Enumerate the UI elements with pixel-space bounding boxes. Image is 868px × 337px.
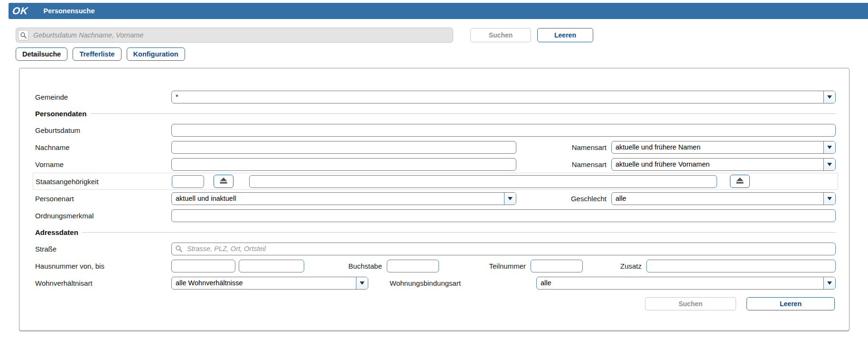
gemeinde-row: Gemeinde * (35, 88, 836, 105)
strasse-label: Straße (35, 245, 171, 253)
wohnungsbindungsart-label: Wohnungsbindungsart (390, 279, 536, 287)
chevron-down-icon[interactable] (823, 159, 835, 170)
adressdaten-section-title: Adressdaten (35, 228, 78, 236)
ordnungsmerkmal-row: Ordnungsmerkmal (35, 207, 836, 224)
clear-button-form[interactable]: Leeren (747, 297, 835, 310)
gemeinde-label: Gemeinde (35, 93, 171, 101)
quick-search-input[interactable] (16, 28, 453, 43)
chevron-down-icon[interactable] (504, 193, 516, 205)
namensart-nachname-value: aktuelle und frühere Namen (612, 141, 823, 153)
nachname-label: Nachname (35, 143, 171, 151)
search-button-top[interactable]: Suchen (470, 28, 531, 42)
namensart-nachname-label: Namensart (516, 143, 611, 151)
header-bar: OK Personensuche (9, 3, 868, 19)
geschlecht-label: Geschlecht (516, 195, 611, 203)
section-divider (90, 113, 836, 114)
personendaten-section-title: Personendaten (35, 110, 86, 118)
namensart-vorname-value: aktuelle und frühere Vornamen (612, 159, 823, 170)
clear-button-top[interactable]: Leeren (537, 28, 593, 42)
search-button-form[interactable]: Suchen (645, 297, 736, 310)
adressdaten-section-header: Adressdaten (35, 224, 836, 240)
form-action-row: Suchen Leeren (35, 297, 836, 310)
teilnummer-label: Teilnummer (439, 262, 531, 270)
zusatz-label: Zusatz (583, 262, 646, 270)
personendaten-section-header: Personendaten (35, 105, 836, 122)
personenart-label: Personenart (35, 195, 171, 203)
eject-icon (736, 178, 744, 185)
namensart-nachname-select[interactable]: aktuelle und frühere Namen (611, 141, 836, 154)
quick-search-field (16, 28, 453, 43)
geschlecht-value: alle (612, 193, 823, 205)
geburtsdatum-input[interactable] (171, 124, 836, 137)
tab-detailsuche[interactable]: Detailsuche (16, 47, 67, 61)
hausnummer-row: Hausnummer von, bis Buchstabe Teilnummer… (35, 257, 836, 274)
chevron-down-icon[interactable] (823, 141, 835, 153)
detail-search-panel: Gemeinde * Personendaten Geburtsdatum Na… (19, 68, 849, 331)
eject-icon (219, 178, 228, 185)
staatsangehoerigkeit-name-lookup-button[interactable] (730, 175, 750, 188)
tab-konfiguration[interactable]: Konfiguration (127, 47, 185, 61)
nachname-input[interactable] (171, 141, 516, 154)
geburtsdatum-label: Geburtsdatum (35, 126, 171, 134)
strasse-input[interactable] (171, 243, 836, 255)
staatsangehoerigkeit-code-lookup-button[interactable] (214, 175, 233, 188)
staatsangehoerigkeit-code-input[interactable] (172, 175, 204, 188)
ok-logo: OK (12, 5, 29, 17)
buchstabe-label: Buchstabe (304, 262, 387, 270)
wohnverhaeltnisart-label: Wohnverhältnisart (35, 279, 171, 287)
gemeinde-select[interactable]: * (171, 91, 836, 103)
geburtsdatum-row: Geburtsdatum (35, 122, 836, 139)
staatsangehoerigkeit-row: Staatsangehörigkeit (33, 173, 838, 190)
wohnverhaeltnisart-value: alle Wohnverhältnisse (172, 277, 356, 289)
search-icon (175, 245, 183, 254)
wohnverhaeltnis-row: Wohnverhältnisart alle Wohnverhältnisse … (35, 274, 836, 291)
buchstabe-input[interactable] (387, 260, 439, 272)
nav-tabs: Detailsuche Trefferliste Konfiguration (16, 47, 185, 61)
ordnungsmerkmal-input[interactable] (171, 209, 836, 222)
wohnungsbindungsart-value: alle (537, 277, 823, 289)
chevron-down-icon[interactable] (823, 91, 835, 103)
wohnungsbindungsart-select[interactable]: alle (536, 277, 836, 290)
chevron-down-icon[interactable] (823, 277, 835, 289)
vorname-label: Vorname (35, 160, 171, 168)
hausnummer-label: Hausnummer von, bis (35, 262, 171, 270)
namensart-vorname-select[interactable]: aktuelle und frühere Vornamen (611, 158, 836, 171)
search-icon (18, 30, 28, 40)
wohnverhaeltnisart-select[interactable]: alle Wohnverhältnisse (171, 277, 368, 290)
hausnummer-von-input[interactable] (171, 260, 235, 272)
page-title: Personensuche (44, 7, 95, 15)
personenart-select[interactable]: aktuell und inaktuell (171, 192, 516, 205)
personenart-row: Personenart aktuell und inaktuell Geschl… (35, 190, 836, 207)
vorname-row: Vorname Namensart aktuelle und frühere V… (35, 156, 836, 173)
tab-trefferliste[interactable]: Trefferliste (73, 47, 121, 61)
section-divider (82, 232, 836, 233)
zusatz-input[interactable] (646, 260, 836, 272)
chevron-down-icon[interactable] (823, 193, 835, 205)
gemeinde-value: * (172, 91, 823, 103)
geschlecht-select[interactable]: alle (611, 192, 836, 205)
quick-search-row: Suchen Leeren (16, 28, 593, 43)
staatsangehoerigkeit-label: Staatsangehörigkeit (36, 178, 172, 186)
hausnummer-bis-input[interactable] (239, 260, 304, 272)
vorname-input[interactable] (171, 158, 516, 171)
strasse-search-field (171, 243, 836, 255)
teilnummer-input[interactable] (531, 260, 583, 272)
namensart-vorname-label: Namensart (516, 160, 611, 168)
chevron-down-icon[interactable] (356, 277, 368, 289)
personenart-value: aktuell und inaktuell (172, 193, 504, 205)
staatsangehoerigkeit-name-input[interactable] (249, 175, 717, 188)
strasse-row: Straße (35, 240, 836, 257)
nachname-row: Nachname Namensart aktuelle und frühere … (35, 139, 836, 156)
ordnungsmerkmal-label: Ordnungsmerkmal (35, 212, 171, 220)
